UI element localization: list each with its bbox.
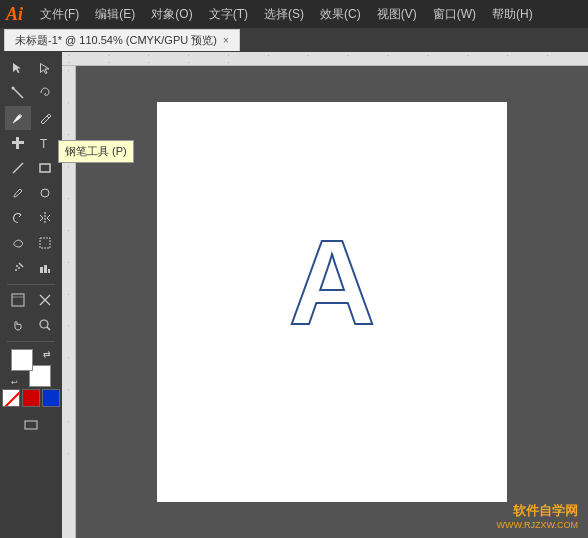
- graph-tool[interactable]: [32, 256, 58, 280]
- none-swatch[interactable]: [2, 389, 20, 407]
- type-tool[interactable]: T: [32, 131, 58, 155]
- svg-rect-13: [40, 267, 43, 273]
- ruler-left: · · · · · · · · · · · · ·: [62, 66, 76, 538]
- menu-edit[interactable]: 编辑(E): [88, 3, 142, 26]
- red-swatch[interactable]: [22, 389, 40, 407]
- menu-view[interactable]: 视图(V): [370, 3, 424, 26]
- add-anchor-tool[interactable]: [5, 131, 31, 155]
- view-tools-row: [0, 413, 62, 437]
- title-bar: Ai 文件(F) 编辑(E) 对象(O) 文字(T) 选择(S) 效果(C) 视…: [0, 0, 588, 28]
- canvas-area: · · · · · · · · · · · · · · · · · · · · …: [62, 52, 588, 538]
- tool-row-11: [0, 313, 62, 337]
- slice-tool[interactable]: [32, 288, 58, 312]
- blue-swatch[interactable]: [42, 389, 60, 407]
- canvas-content: A: [289, 213, 376, 351]
- app-logo: Ai: [6, 4, 23, 25]
- menu-effect[interactable]: 效果(C): [313, 3, 368, 26]
- lasso-tool[interactable]: [32, 81, 58, 105]
- svg-rect-14: [44, 265, 47, 273]
- paintbrush-tool[interactable]: [5, 181, 31, 205]
- tool-row-3: [0, 106, 62, 130]
- selection-tool[interactable]: [5, 56, 31, 80]
- warp-tool[interactable]: [5, 231, 31, 255]
- direct-selection-tool[interactable]: [32, 56, 58, 80]
- menu-object[interactable]: 对象(O): [144, 3, 199, 26]
- svg-rect-9: [40, 238, 50, 248]
- tab-bar: 未标题-1* @ 110.54% (CMYK/GPU 预览) ×: [0, 28, 588, 52]
- menu-window[interactable]: 窗口(W): [426, 3, 483, 26]
- svg-rect-15: [48, 269, 50, 273]
- ruler-top: · · · · · · · · · · · · · · · · · ·: [62, 52, 588, 66]
- rotate-tool[interactable]: [5, 206, 31, 230]
- fill-color-box[interactable]: [11, 349, 33, 371]
- blob-brush-tool[interactable]: [32, 181, 58, 205]
- artboard: A: [157, 102, 507, 502]
- svg-point-10: [15, 269, 17, 271]
- magic-wand-tool[interactable]: [5, 81, 31, 105]
- svg-point-12: [16, 265, 18, 267]
- svg-point-7: [41, 189, 49, 197]
- swap-colors-icon[interactable]: ⇄: [43, 349, 51, 359]
- svg-point-11: [18, 267, 20, 269]
- symbol-sprayer-tool[interactable]: [5, 256, 31, 280]
- tool-row-2: [0, 81, 62, 105]
- tab-title: 未标题-1* @ 110.54% (CMYK/GPU 预览): [15, 33, 217, 48]
- menu-file[interactable]: 文件(F): [33, 3, 86, 26]
- tool-row-7: [0, 206, 62, 230]
- pencil-tool[interactable]: [32, 106, 58, 130]
- artboard-tool[interactable]: [5, 288, 31, 312]
- line-tool[interactable]: [5, 156, 31, 180]
- svg-point-18: [40, 320, 48, 328]
- document-tab[interactable]: 未标题-1* @ 110.54% (CMYK/GPU 预览) ×: [4, 29, 240, 51]
- svg-line-19: [47, 327, 50, 330]
- zoom-tool[interactable]: [32, 313, 58, 337]
- toolbar-separator-2: [7, 341, 55, 342]
- toolbar: 钢笔工具 (P) T: [0, 52, 62, 538]
- tool-row-6: [0, 181, 62, 205]
- menu-bar: 文件(F) 编辑(E) 对象(O) 文字(T) 选择(S) 效果(C) 视图(V…: [33, 3, 582, 26]
- tool-row-4: T: [0, 131, 62, 155]
- change-screen-mode[interactable]: [18, 413, 44, 437]
- menu-help[interactable]: 帮助(H): [485, 3, 540, 26]
- svg-text:T: T: [40, 137, 48, 150]
- svg-rect-20: [25, 421, 37, 429]
- menu-select[interactable]: 选择(S): [257, 3, 311, 26]
- hand-tool[interactable]: [5, 313, 31, 337]
- tool-row-5: [0, 156, 62, 180]
- canvas-inner: A: [76, 66, 588, 538]
- tool-row-1: [0, 56, 62, 80]
- rect-tool[interactable]: [32, 156, 58, 180]
- tool-row-10: [0, 288, 62, 312]
- tool-row-8: [0, 231, 62, 255]
- svg-point-1: [11, 87, 14, 90]
- svg-rect-6: [40, 164, 50, 172]
- svg-line-0: [13, 88, 23, 98]
- menu-text[interactable]: 文字(T): [202, 3, 255, 26]
- color-row-swatches: [2, 389, 60, 407]
- free-transform-tool[interactable]: [32, 231, 58, 255]
- svg-line-5: [13, 163, 23, 173]
- svg-rect-16: [12, 294, 24, 306]
- toolbar-separator-1: [7, 284, 55, 285]
- main-area: 钢笔工具 (P) T: [0, 52, 588, 538]
- reflect-tool[interactable]: [32, 206, 58, 230]
- reset-colors-icon[interactable]: ↩: [11, 378, 18, 387]
- tool-row-9: [0, 256, 62, 280]
- tab-close-button[interactable]: ×: [223, 35, 229, 46]
- svg-rect-3: [12, 141, 24, 144]
- pen-tool[interactable]: [5, 106, 31, 130]
- color-area: ⇄ ↩: [2, 347, 60, 409]
